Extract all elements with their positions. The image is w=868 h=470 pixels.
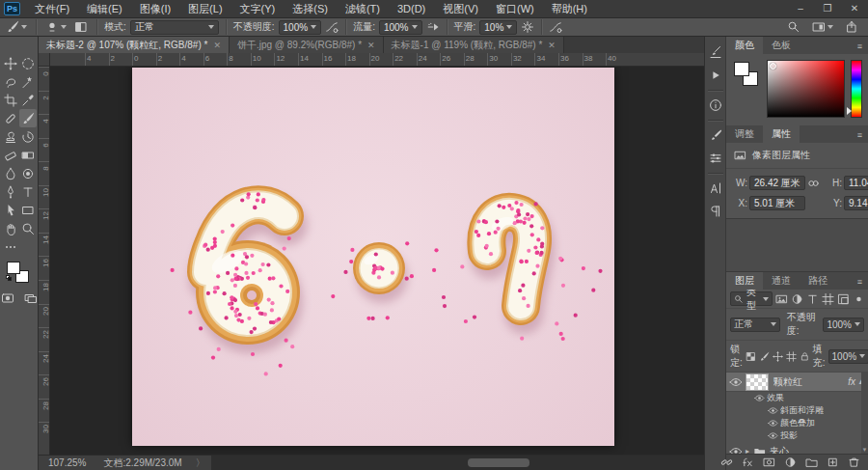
hue-slider-marker[interactable] bbox=[847, 107, 852, 115]
filter-adjust[interactable] bbox=[791, 292, 803, 306]
blend-caret[interactable] bbox=[771, 322, 776, 326]
group-row-夹心[interactable]: ▸夹心 bbox=[726, 442, 868, 454]
filter-pic-filter[interactable] bbox=[775, 292, 788, 306]
adjustment-layer-button[interactable] bbox=[784, 456, 797, 469]
effect-name[interactable]: 效果 bbox=[767, 392, 784, 404]
hand-tool[interactable] bbox=[2, 219, 19, 237]
tab-通道[interactable]: 通道 bbox=[763, 272, 800, 290]
move-tool[interactable] bbox=[2, 54, 19, 72]
tab-close-icon[interactable]: ✕ bbox=[367, 41, 375, 50]
flow-select-caret[interactable] bbox=[412, 25, 418, 29]
gradient-tool[interactable] bbox=[19, 146, 37, 164]
menu-item-8[interactable]: 视图(V) bbox=[434, 0, 487, 17]
panel-menu-icon[interactable]: ≡ bbox=[857, 277, 863, 287]
lock-lock[interactable] bbox=[800, 351, 810, 362]
visibility-toggle[interactable] bbox=[726, 375, 746, 389]
filter-frame[interactable] bbox=[822, 292, 834, 306]
default-colors-icon[interactable] bbox=[6, 275, 13, 282]
scrollbar-thumb[interactable] bbox=[468, 458, 529, 467]
foreground-background-colors[interactable] bbox=[7, 260, 32, 285]
layers-scrollbar[interactable]: ▼ bbox=[861, 373, 868, 454]
search-icon[interactable] bbox=[787, 20, 800, 34]
menu-item-10[interactable]: 帮助(H) bbox=[543, 0, 596, 17]
tab-close-icon[interactable]: ✕ bbox=[548, 41, 556, 50]
tab-调整[interactable]: 调整 bbox=[726, 125, 763, 143]
pressure-opacity-icon[interactable] bbox=[325, 20, 339, 34]
document-canvas[interactable] bbox=[132, 68, 614, 446]
preset-caret[interactable] bbox=[21, 25, 27, 29]
crop-tool[interactable] bbox=[2, 91, 19, 109]
fill-caret[interactable] bbox=[859, 354, 865, 358]
toggle-brush-panel-button[interactable] bbox=[72, 20, 90, 34]
color-picker-ring[interactable] bbox=[770, 63, 776, 69]
tab-颜色[interactable]: 颜色 bbox=[726, 37, 763, 54]
scroll-down-icon[interactable]: ▼ bbox=[861, 447, 868, 453]
panel-button-brush-presets[interactable] bbox=[705, 41, 726, 64]
layer-name[interactable]: 颗粒红 bbox=[773, 375, 802, 389]
effect-name[interactable]: 投影 bbox=[780, 429, 798, 442]
menu-item-9[interactable]: 窗口(W) bbox=[487, 0, 543, 17]
restore-button[interactable]: ❐ bbox=[814, 0, 841, 17]
visibility-toggle[interactable] bbox=[765, 405, 780, 416]
airbrush-icon[interactable] bbox=[426, 20, 440, 34]
quick-mask-button[interactable] bbox=[0, 289, 16, 307]
link-wh-icon[interactable] bbox=[807, 177, 820, 190]
panel-button-brush-settings[interactable] bbox=[705, 124, 726, 147]
panel-button-info[interactable] bbox=[705, 94, 726, 117]
layer-style-button[interactable] bbox=[742, 456, 754, 469]
effect-row[interactable]: 斜面和浮雕 bbox=[726, 404, 868, 417]
lock-frame[interactable] bbox=[786, 351, 797, 362]
status-options-chevron[interactable]: 〉 bbox=[190, 456, 211, 470]
menu-item-5[interactable]: 选择(S) bbox=[284, 0, 337, 17]
hue-slider[interactable] bbox=[851, 60, 862, 118]
smoothing-select-caret[interactable] bbox=[506, 25, 512, 29]
tab-属性[interactable]: 属性 bbox=[763, 125, 800, 143]
minimize-button[interactable]: – bbox=[787, 0, 814, 17]
workspace-caret[interactable] bbox=[827, 25, 833, 29]
tab-图层[interactable]: 图层 bbox=[726, 272, 763, 290]
color-panel-swatches[interactable] bbox=[732, 60, 761, 118]
dodge-tool[interactable] bbox=[19, 164, 37, 182]
document-tab-1[interactable]: 饼干.jpg @ 89.2%(RGB/8#) *✕ bbox=[230, 37, 384, 53]
new-layer-button[interactable] bbox=[827, 456, 839, 469]
brush-tool[interactable] bbox=[19, 109, 37, 127]
flow-select[interactable]: 100% bbox=[379, 20, 422, 35]
horizontal-scrollbar[interactable] bbox=[211, 456, 704, 470]
brush-preset-picker[interactable] bbox=[43, 20, 68, 34]
link-wh-icon[interactable] bbox=[807, 177, 820, 190]
zoom-level[interactable]: 107.25% bbox=[39, 457, 95, 468]
filter-type-tool[interactable] bbox=[806, 292, 819, 306]
menu-item-4[interactable]: 文字(Y) bbox=[231, 0, 285, 17]
expand-group-icon[interactable]: ▸ bbox=[746, 447, 753, 454]
opacity-select[interactable]: 100% bbox=[279, 20, 322, 35]
close-button[interactable]: ✕ bbox=[841, 0, 868, 17]
opacity-caret[interactable] bbox=[854, 322, 860, 326]
opacity-select-caret[interactable] bbox=[311, 25, 316, 29]
tab-close-icon[interactable]: ✕ bbox=[213, 41, 221, 50]
tab-路径[interactable]: 路径 bbox=[800, 272, 836, 290]
document-tab-0[interactable]: 未标题-2 @ 107% (颗粒红, RGB/8#) *✕ bbox=[39, 37, 230, 53]
lock-move-tool[interactable] bbox=[773, 351, 783, 362]
ruler-origin-corner[interactable] bbox=[39, 53, 50, 66]
menu-item-0[interactable]: 文件(F) bbox=[26, 0, 78, 17]
layer-thumbnail[interactable] bbox=[746, 373, 769, 391]
screen-mode-button[interactable] bbox=[22, 289, 40, 307]
pressure-size-icon[interactable] bbox=[549, 20, 562, 34]
visibility-toggle[interactable] bbox=[765, 430, 780, 441]
mode-select[interactable]: 正常 bbox=[130, 20, 219, 35]
more-tools[interactable] bbox=[2, 237, 19, 256]
add-mask-button[interactable] bbox=[763, 456, 775, 469]
panel-button-actions[interactable] bbox=[705, 64, 726, 87]
new-group-button[interactable] bbox=[805, 456, 818, 469]
effect-row[interactable]: 投影 bbox=[726, 429, 868, 442]
clone-stamp-tool[interactable] bbox=[2, 127, 19, 146]
lock-brush-tool[interactable] bbox=[759, 351, 770, 362]
mode-select-caret[interactable] bbox=[208, 25, 214, 29]
brush-picker-caret[interactable] bbox=[61, 25, 67, 29]
panel-button-brushes[interactable] bbox=[705, 147, 726, 170]
x-field[interactable]: 5.01 厘米 bbox=[749, 196, 805, 210]
menu-item-3[interactable]: 图层(L) bbox=[179, 0, 231, 17]
blend-mode-select[interactable]: 正常 bbox=[730, 318, 780, 332]
pen-tool[interactable] bbox=[2, 182, 19, 201]
foreground-color-swatch[interactable] bbox=[7, 262, 20, 274]
